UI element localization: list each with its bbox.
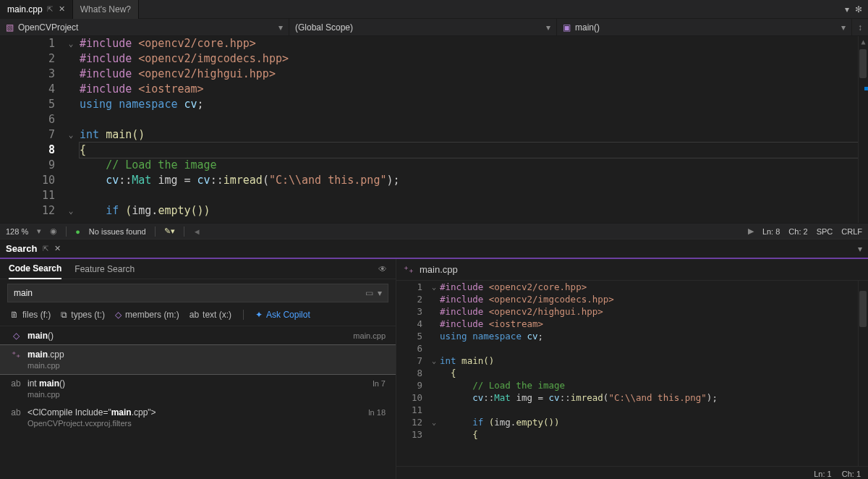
status-line[interactable]: Ln: 8 [762, 227, 780, 236]
project-icon: ▧ [6, 22, 14, 33]
code-token: <opencv2/imgcodecs.hpp> [138, 52, 289, 65]
scope-dropdown[interactable]: (Global Scope) ▾ [289, 19, 557, 36]
fold-icon[interactable]: ⌄ [432, 283, 436, 291]
search-result[interactable]: ab <ClCompile Include="main.cpp"> ln 18 … [0, 403, 396, 432]
preview-line-number: 10 [396, 391, 422, 404]
search-input[interactable]: main ▭ ▾ [7, 284, 388, 302]
copilot-icon: ✦ [255, 310, 263, 320]
code-token: cv [184, 98, 197, 111]
line-number: 10 [0, 173, 55, 188]
tab-label: What's New? [80, 4, 131, 14]
project-dropdown[interactable]: ▧ OpenCVProject ▾ [0, 19, 289, 36]
eye-icon[interactable]: 👁 [378, 264, 387, 274]
code-token: #include [80, 67, 138, 80]
fold-icon[interactable]: ⌄ [69, 130, 74, 140]
ask-copilot-button[interactable]: ✦Ask Copilot [255, 310, 310, 320]
fold-column: ⌄ ⌄ ⌄ [62, 36, 80, 223]
pin-icon[interactable]: ⇱ [47, 5, 53, 13]
preview-line-number: 4 [396, 318, 422, 330]
fold-icon[interactable]: ⌄ [69, 39, 74, 48]
preview-status-char[interactable]: Ch: 1 [842, 470, 861, 478]
preview-scrollbar[interactable] [858, 281, 868, 466]
code-token: int [440, 355, 456, 366]
main-editor[interactable]: 1 2 3 4 5 6 7 8 9 10 11 12 ⌄ ⌄ ⌄ #includ… [0, 36, 868, 223]
code-token: img [158, 174, 177, 187]
function-icon: ▣ [563, 22, 571, 33]
filter-label: text (x:) [203, 310, 231, 320]
search-tabs: Code Search Feature Search 👁 [0, 259, 396, 279]
preview-line-number: 1 [396, 281, 422, 293]
code-token: ) [204, 204, 210, 217]
status-char[interactable]: Ch: 2 [788, 227, 807, 236]
fold-icon[interactable]: ⌄ [432, 418, 436, 426]
preview-status-line[interactable]: Ln: 1 [814, 470, 831, 478]
close-icon[interactable]: ✕ [54, 244, 61, 253]
tab-label: main.cpp [7, 4, 43, 14]
line-number-current: 8 [0, 143, 55, 158]
line-number: 11 [0, 188, 55, 203]
filter-icon[interactable]: ▭ [365, 288, 373, 298]
nav-left-icon[interactable]: ◄ [193, 227, 201, 236]
zoom-level[interactable]: 128 % [6, 227, 28, 236]
scrollbar-thumb[interactable] [859, 49, 867, 78]
tab-feature-search[interactable]: Feature Search [75, 259, 135, 279]
result-label: main [111, 407, 132, 417]
file-tab-active[interactable]: main.cpp ⇱ ✕ [0, 0, 73, 19]
split-horizontal-icon[interactable]: ▾ [845, 4, 849, 14]
chevron-down-icon: ▾ [546, 22, 550, 33]
issues-label[interactable]: No issues found [89, 227, 146, 236]
brush-icon[interactable]: ✎▾ [164, 226, 175, 236]
code-token: () [132, 128, 145, 141]
text-icon: ab [190, 310, 199, 320]
status-enc[interactable]: SPC [817, 227, 833, 236]
code-token: imread [571, 392, 603, 403]
preview-editor[interactable]: 1 2 3 4 5 6 7 8 9 10 11 12 13 ⌄ ⌄ ⌄ [396, 281, 868, 466]
chevron-down-icon[interactable]: ▾ [858, 244, 862, 254]
filter-files[interactable]: 🗎files (f:) [10, 310, 51, 320]
code-token: cv [197, 174, 210, 187]
chevron-down-icon[interactable]: ▾ [378, 288, 382, 298]
preview-filename: main.cpp [420, 264, 458, 275]
play-icon[interactable]: ▶ [748, 226, 754, 236]
search-title: Search [6, 243, 37, 254]
members-icon: ◇ [115, 310, 122, 320]
code-token: ) [554, 417, 560, 428]
preview-code[interactable]: #include <opencv2/core.hpp> #include <op… [440, 281, 858, 466]
code-token: cv [106, 174, 119, 187]
scrollbar-thumb[interactable] [859, 291, 867, 327]
file-tab-secondary[interactable]: What's New? [73, 0, 139, 19]
search-result-selected[interactable]: ⁺₊ main.cpp main.cpp [0, 345, 396, 374]
code-area[interactable]: #include <opencv2/core.hpp> #include <op… [80, 36, 858, 223]
function-dropdown[interactable]: ▣ main() ▾ [557, 19, 852, 36]
status-eol[interactable]: CRLF [841, 227, 862, 236]
code-token: empty [516, 417, 543, 428]
code-token: #include [80, 37, 138, 50]
fold-icon[interactable]: ⌄ [69, 206, 74, 216]
split-vertical-icon[interactable]: ↕ [858, 22, 862, 33]
gear-icon[interactable]: ✻ [855, 4, 862, 14]
code-token: <opencv2/highgui.hpp> [138, 67, 276, 80]
code-token: #include [440, 294, 489, 305]
search-result[interactable]: ab int main() ln 7 main.cpp [0, 374, 396, 403]
result-label: main [27, 331, 48, 341]
pin-icon[interactable]: ⇱ [43, 245, 48, 253]
close-tab-icon[interactable]: ✕ [59, 4, 65, 14]
filter-text[interactable]: abtext (x:) [190, 310, 231, 320]
file-icon: 🗎 [10, 310, 19, 320]
preview-line-number: 8 [396, 367, 422, 379]
search-result[interactable]: ◇ main() main.cpp [0, 326, 396, 345]
editor-scrollbar[interactable]: ▲ [858, 36, 868, 223]
filter-label: members (m:) [125, 310, 179, 320]
fold-icon[interactable]: ⌄ [432, 357, 436, 365]
line-gutter: 1 2 3 4 5 6 7 8 9 10 11 12 [0, 36, 62, 223]
glasses-icon[interactable]: ◉ [50, 226, 57, 236]
filter-label: types (t:) [71, 310, 105, 320]
filter-members[interactable]: ◇members (m:) [115, 310, 179, 320]
code-token: Mat [494, 392, 511, 403]
code-token: <iostream> [489, 318, 543, 329]
filter-types[interactable]: ⧉types (t:) [61, 310, 105, 320]
zoom-chevron-icon[interactable]: ▾ [37, 226, 41, 236]
tab-code-search[interactable]: Code Search [9, 259, 61, 279]
scroll-up-icon[interactable]: ▲ [861, 38, 865, 46]
code-token: ; [538, 331, 544, 342]
